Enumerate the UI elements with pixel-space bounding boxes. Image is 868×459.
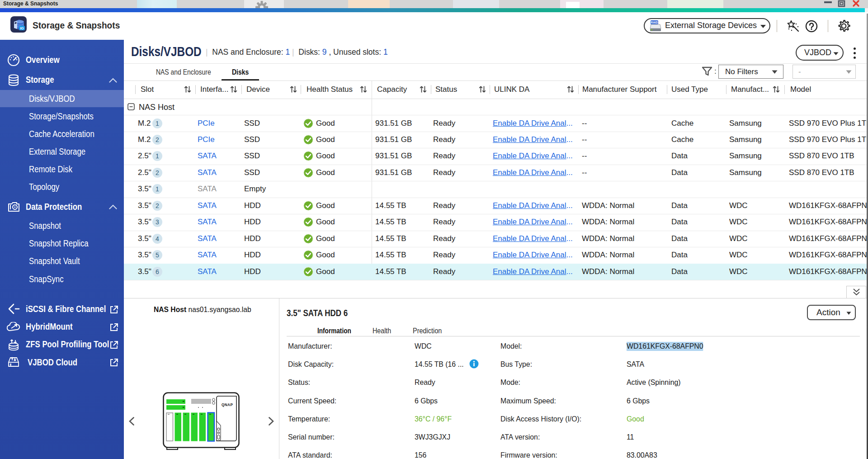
svg-text:IO: IO [20, 26, 24, 30]
svg-text:QNAP: QNAP [222, 403, 233, 407]
svg-text:RAID: RAID [651, 21, 658, 24]
